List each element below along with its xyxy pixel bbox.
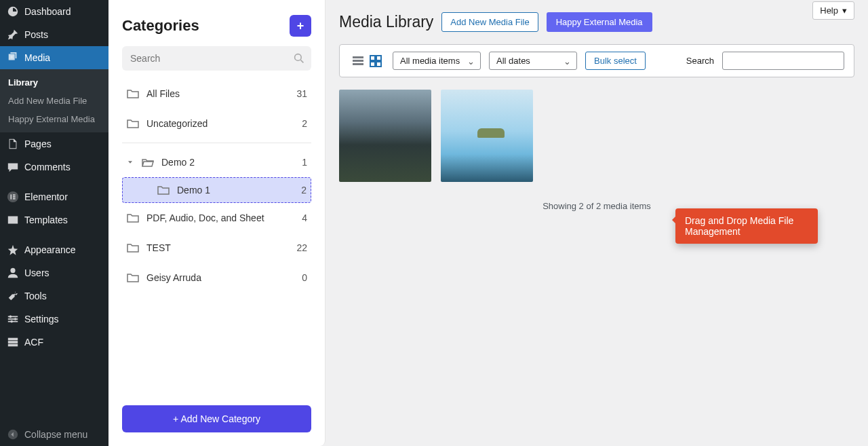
svg-point-17 — [295, 54, 302, 61]
media-toolbar: All media items ⌄ All dates ⌄ Bulk selec… — [339, 44, 854, 77]
users-icon — [7, 267, 19, 279]
svg-rect-19 — [353, 60, 363, 62]
nav-label: ACF — [24, 337, 43, 348]
subnav-add-new[interactable]: Add New Media File — [0, 92, 108, 110]
svg-rect-4 — [13, 196, 16, 198]
divider — [122, 143, 311, 143]
grid-view-button[interactable] — [367, 52, 384, 70]
nav-templates[interactable]: Templates — [0, 208, 108, 231]
search-icon — [294, 53, 304, 64]
templates-icon — [7, 214, 19, 226]
nav-label: Appearance — [24, 244, 76, 255]
svg-rect-20 — [353, 63, 363, 65]
help-button[interactable]: Help ▾ — [812, 1, 854, 20]
category-geisy[interactable]: Geisy Arruda 0 — [122, 263, 311, 293]
date-filter[interactable]: All dates ⌄ — [489, 52, 577, 70]
nav-media[interactable]: Media — [0, 46, 108, 69]
category-label: All Files — [146, 88, 180, 99]
bulk-select-button[interactable]: Bulk select — [585, 52, 646, 70]
subnav-happy-external[interactable]: Happy External Media — [0, 110, 108, 128]
pin-icon — [7, 29, 19, 41]
subnav-library[interactable]: Library — [0, 73, 108, 92]
nav-label: Collapse menu — [24, 429, 87, 440]
main-content: Help ▾ Media Library Add New Media File … — [326, 0, 868, 446]
chevron-down-icon: ⌄ — [467, 56, 475, 66]
elementor-icon — [7, 191, 19, 203]
callout-tooltip: Drag and Drop Media File Management — [675, 208, 818, 244]
svg-rect-22 — [376, 56, 381, 60]
nav-tools[interactable]: Tools — [0, 284, 108, 308]
svg-rect-18 — [353, 56, 363, 58]
category-demo-1-dragging[interactable]: Demo 1 2 — [122, 177, 311, 203]
category-label: TEST — [146, 242, 171, 253]
svg-rect-5 — [13, 198, 16, 200]
category-label: Uncategorized — [146, 118, 208, 129]
nav-label: Tools — [24, 291, 47, 301]
category-label: Demo 1 — [177, 185, 210, 196]
add-category-icon-button[interactable]: + — [290, 15, 311, 37]
list-view-button[interactable] — [349, 52, 367, 70]
folder-icon — [126, 211, 140, 225]
nav-label: Templates — [24, 215, 68, 225]
comments-icon — [7, 161, 19, 173]
folder-icon — [126, 87, 140, 100]
nav-appearance[interactable]: Appearance — [0, 238, 108, 261]
categories-panel: Categories + All Files 31 Uncategorized … — [108, 0, 326, 446]
happy-external-media-button[interactable]: Happy External Media — [547, 12, 652, 32]
nav-label: Pages — [24, 138, 52, 149]
category-uncategorized[interactable]: Uncategorized 2 — [122, 109, 311, 138]
help-label: Help — [820, 5, 838, 16]
category-test[interactable]: TEST 22 — [122, 233, 311, 263]
svg-rect-2 — [10, 194, 12, 199]
folder-open-icon — [141, 155, 155, 169]
svg-point-11 — [14, 318, 17, 320]
nav-settings[interactable]: Settings — [0, 308, 108, 331]
add-new-category-button[interactable]: + Add New Category — [122, 405, 311, 432]
svg-rect-15 — [8, 344, 18, 347]
collapse-icon — [7, 428, 19, 441]
nav-label: Users — [24, 267, 50, 278]
svg-rect-13 — [8, 338, 18, 341]
nav-dashboard[interactable]: Dashboard — [0, 0, 108, 23]
filter-value: All dates — [496, 56, 530, 66]
media-thumbnail[interactable] — [441, 90, 533, 182]
media-type-filter[interactable]: All media items ⌄ — [393, 52, 481, 70]
folder-icon — [126, 271, 140, 284]
appearance-icon — [7, 244, 19, 256]
svg-point-10 — [9, 316, 12, 318]
add-new-media-button[interactable]: Add New Media File — [441, 12, 538, 32]
nav-users[interactable]: Users — [0, 261, 108, 284]
media-search-input[interactable] — [722, 52, 844, 70]
grid-icon — [369, 54, 382, 68]
chevron-down-icon[interactable] — [126, 158, 134, 166]
nav-label: Comments — [24, 162, 71, 172]
category-label: PDF, Audio, Doc, and Sheet — [146, 212, 264, 223]
folder-icon — [126, 241, 140, 255]
category-count: 0 — [302, 272, 307, 283]
nav-posts[interactable]: Posts — [0, 23, 108, 46]
nav-acf[interactable]: ACF — [0, 331, 108, 354]
filter-value: All media items — [400, 56, 460, 66]
category-all-files[interactable]: All Files 31 — [122, 79, 311, 109]
category-pdf-audio[interactable]: PDF, Audio, Doc, and Sheet 4 — [122, 203, 311, 233]
category-count: 2 — [301, 185, 307, 196]
admin-sidebar: Dashboard Posts Media Library Add New Me… — [0, 0, 108, 446]
media-thumbnail[interactable] — [339, 90, 431, 182]
dashboard-icon — [7, 5, 19, 18]
nav-elementor[interactable]: Elementor — [0, 185, 108, 208]
search-label: Search — [686, 56, 714, 66]
category-demo-2[interactable]: Demo 2 1 — [122, 147, 311, 177]
nav-collapse[interactable]: Collapse menu — [0, 423, 108, 446]
categories-search-input[interactable] — [122, 46, 311, 71]
media-icon — [7, 52, 19, 64]
svg-point-6 — [10, 268, 15, 273]
tools-icon — [7, 290, 19, 302]
plus-icon: + — [297, 19, 304, 33]
svg-rect-21 — [370, 56, 375, 60]
nav-pages[interactable]: Pages — [0, 132, 108, 155]
nav-label: Settings — [24, 314, 59, 324]
category-label: Geisy Arruda — [146, 272, 201, 283]
svg-rect-24 — [376, 62, 381, 67]
nav-comments[interactable]: Comments — [0, 155, 108, 179]
category-count: 2 — [302, 118, 307, 129]
